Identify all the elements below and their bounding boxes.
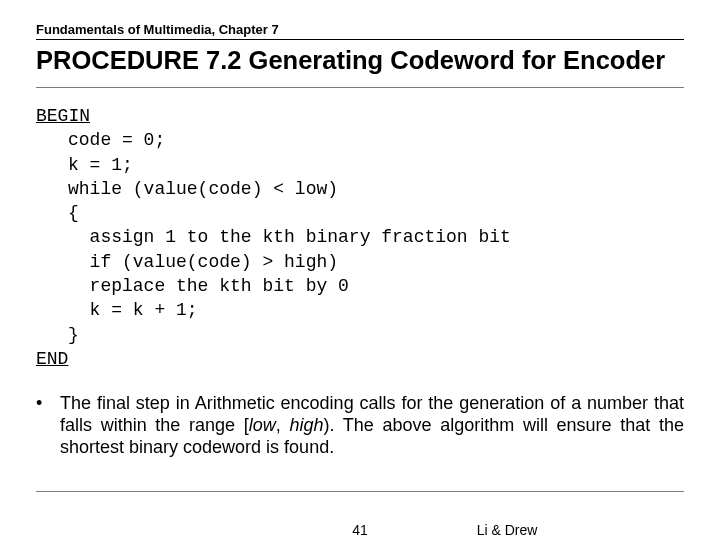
code-line: assign 1 to the kth binary fraction bit bbox=[68, 227, 511, 247]
bullet-marker: • bbox=[36, 393, 60, 459]
code-line: { bbox=[68, 203, 79, 223]
chapter-header: Fundamentals of Multimedia, Chapter 7 bbox=[36, 22, 684, 37]
rule-mid bbox=[36, 87, 684, 88]
bullet-item: • The final step in Arithmetic encoding … bbox=[36, 393, 684, 459]
code-line: if (value(code) > high) bbox=[68, 252, 338, 272]
page-number: 41 bbox=[352, 522, 368, 538]
rule-top bbox=[36, 39, 684, 40]
code-line: k = k + 1; bbox=[68, 300, 198, 320]
code-line: replace the kth bit by 0 bbox=[68, 276, 349, 296]
footer-authors: Li & Drew bbox=[477, 522, 538, 538]
slide: Fundamentals of Multimedia, Chapter 7 PR… bbox=[0, 0, 720, 540]
code-line: k = 1; bbox=[68, 155, 133, 175]
code-line: } bbox=[68, 325, 79, 345]
rule-bottom bbox=[36, 491, 684, 492]
code-line: while (value(code) < low) bbox=[68, 179, 338, 199]
bullet-text: The final step in Arithmetic encoding ca… bbox=[60, 393, 684, 459]
code-end: END bbox=[36, 347, 684, 371]
bullet-comma: , bbox=[276, 415, 290, 435]
page-title: PROCEDURE 7.2 Generating Codeword for En… bbox=[36, 46, 684, 75]
pseudocode: code = 0; k = 1; while (value(code) < lo… bbox=[68, 128, 684, 347]
bullet-high: high bbox=[289, 415, 323, 435]
code-line: code = 0; bbox=[68, 130, 165, 150]
code-begin: BEGIN bbox=[36, 104, 684, 128]
bullet-low: low bbox=[249, 415, 276, 435]
